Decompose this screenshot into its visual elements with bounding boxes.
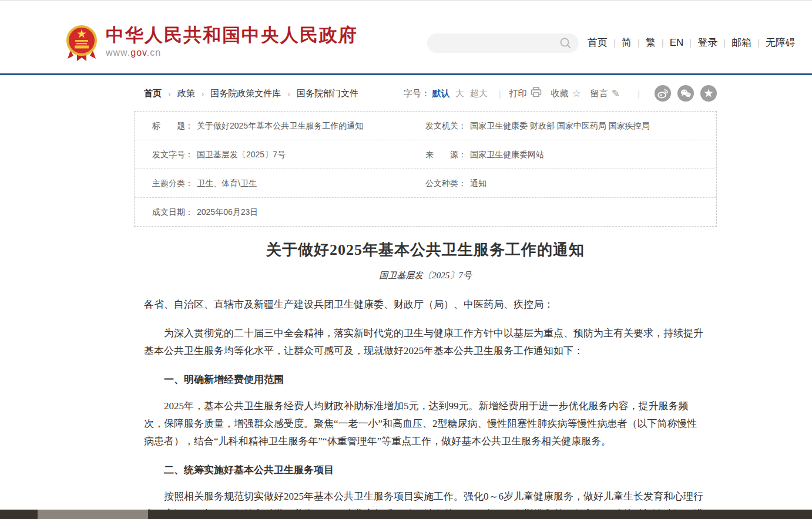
meta-row-date: 成文日期： 2025年06月23日 (135, 198, 716, 226)
meta-label-title: 标 题： (152, 120, 193, 132)
pencil-icon: ✎ (612, 87, 620, 99)
horizontal-scrollbar[interactable] (0, 510, 812, 519)
section-1-paragraph: 2025年，基本公共卫生服务经费人均财政补助标准增加5元，达到99元。新增经费用… (144, 397, 707, 450)
meta-label-category: 主题分类： (152, 177, 193, 189)
meta-label-doc-type: 公文种类： (425, 177, 467, 189)
meta-label-source: 来 源： (425, 149, 467, 160)
breadcrumb: 首页 政策 国务院政策文件库 国务院部门文件 (144, 88, 358, 99)
nav-login[interactable]: 登录 (697, 35, 717, 50)
nav-english[interactable]: EN (670, 35, 684, 50)
document-number: 国卫基层发〔2025〕7号 (134, 270, 717, 281)
meta-value-title: 关于做好2025年基本公共卫生服务工作的通知 (197, 120, 363, 132)
meta-label-issuing-agency: 发文机关： (425, 120, 467, 132)
nav-simplified[interactable]: 简 (622, 35, 632, 50)
search-icon[interactable] (559, 37, 572, 52)
breadcrumb-home[interactable]: 首页 (144, 88, 162, 99)
favorite-button[interactable]: 收藏 ☆ (551, 87, 581, 99)
site-title: 中华人民共和国中央人民政府 (106, 25, 358, 46)
font-size-default-button[interactable]: 默认 (432, 88, 450, 99)
document-title: 关于做好2025年基本公共卫生服务工作的通知 (134, 240, 717, 260)
breadcrumb-policy-library[interactable]: 国务院政策文件库 (210, 88, 281, 99)
site-url-prefix: www. (106, 48, 130, 58)
salutation-paragraph: 各省、自治区、直辖市及新疆生产建设兵团卫生健康委、财政厅（局）、中医药局、疾控局… (144, 296, 707, 314)
meta-label-date: 成文日期： (152, 206, 193, 218)
site-url: www.gov.cn (106, 48, 358, 58)
breadcrumb-department-docs[interactable]: 国务院部门文件 (297, 88, 358, 99)
meta-value-source: 国家卫生健康委网站 (470, 149, 544, 160)
search-input[interactable] (437, 36, 556, 51)
print-button[interactable]: 打印 (509, 87, 542, 100)
nav-accessibility[interactable]: 无障碍 (766, 35, 796, 50)
nav-home[interactable]: 首页 (588, 35, 608, 50)
horizontal-scrollbar-thumb[interactable] (38, 510, 148, 519)
font-size-label: 字号： (404, 88, 430, 99)
document-meta-table: 标 题： 关于做好2025年基本公共卫生服务工作的通知 发文机关： 国家卫生健康… (134, 111, 717, 227)
chevron-right-icon (195, 89, 211, 99)
chevron-right-icon (162, 89, 177, 99)
site-url-gov: gov (130, 48, 147, 58)
printer-icon (531, 87, 542, 100)
meta-value-doc-number: 国卫基层发〔2025〕7号 (197, 149, 286, 160)
site-header: 中华人民共和国中央人民政府 www.gov.cn 首页| 简| 繁| EN| 登… (0, 1, 812, 75)
meta-value-doc-type: 通知 (470, 177, 486, 189)
section-1-heading: 一、明确新增经费使用范围 (144, 371, 707, 389)
meta-row-title-agency: 标 题： 关于做好2025年基本公共卫生服务工作的通知 发文机关： 国家卫生健康… (135, 112, 716, 140)
meta-value-category: 卫生、体育\卫生 (197, 177, 257, 189)
meta-row-category-type: 主题分类： 卫生、体育\卫生 公文种类： 通知 (135, 169, 716, 198)
meta-label-doc-number: 发文字号： (152, 149, 193, 160)
nav-traditional[interactable]: 繁 (646, 35, 656, 50)
section-2-heading: 二、统筹实施好基本公共卫生服务项目 (144, 461, 707, 479)
breadcrumb-toolbar-row: 首页 政策 国务院政策文件库 国务院部门文件 字号： 默认 大 超大 | 打印 (134, 75, 717, 107)
document-body: 各省、自治区、直辖市及新疆生产建设兵团卫生健康委、财政厅（局）、中医药局、疾控局… (144, 296, 707, 519)
qzone-star-icon[interactable] (700, 85, 717, 102)
star-icon: ☆ (572, 87, 581, 99)
intro-paragraph: 为深入贯彻党的二十届三中全会精神，落实新时代党的卫生与健康工作方针中以基层为重点… (144, 325, 707, 360)
site-url-suffix: .cn (147, 48, 161, 58)
font-size-xlarge-button[interactable]: 超大 (470, 88, 488, 99)
chevron-right-icon (281, 89, 297, 99)
page-toolbar: 字号： 默认 大 超大 | 打印 收藏 ☆ 留言 (404, 85, 717, 102)
main-column: 首页 政策 国务院政策文件库 国务院部门文件 字号： 默认 大 超大 | 打印 (134, 75, 717, 519)
font-size-large-button[interactable]: 大 (455, 88, 464, 99)
top-nav: 首页| 简| 繁| EN| 登录| 邮箱| 无障碍 (588, 35, 796, 50)
meta-row-number-source: 发文字号： 国卫基层发〔2025〕7号 来 源： 国家卫生健康委网站 (135, 140, 716, 169)
share-icons (648, 85, 717, 102)
breadcrumb-policy[interactable]: 政策 (177, 88, 195, 99)
wechat-icon[interactable] (677, 85, 694, 102)
meta-value-issuing-agency: 国家卫生健康委 财政部 国家中医药局 国家疾控局 (470, 120, 650, 132)
comment-button[interactable]: 留言 ✎ (590, 87, 620, 99)
weibo-icon[interactable] (655, 85, 671, 102)
nav-mail[interactable]: 邮箱 (732, 35, 751, 50)
national-emblem-logo (66, 25, 98, 65)
search-box[interactable] (427, 33, 579, 53)
meta-value-date: 2025年06月23日 (197, 206, 258, 218)
brand[interactable]: 中华人民共和国中央人民政府 www.gov.cn (66, 25, 358, 65)
